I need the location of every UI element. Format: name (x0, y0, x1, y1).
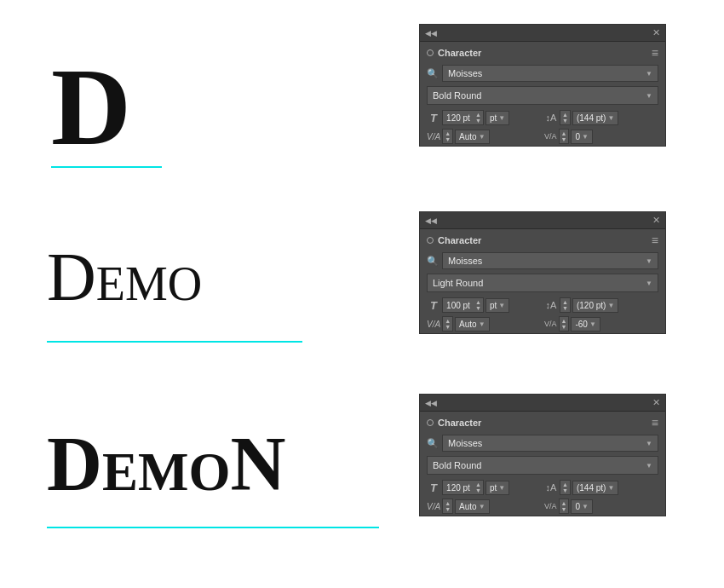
leading-spinbox-3[interactable]: ▲ ▼ (560, 480, 571, 495)
panel-minimize-3[interactable]: ◀◀ (425, 399, 437, 407)
leading-icon-2: ↕A (544, 300, 558, 310)
size-unit-1[interactable]: pt ▼ (486, 111, 509, 125)
kerning-val-1[interactable]: 0 ▼ (571, 130, 592, 144)
size-unit-3[interactable]: pt ▼ (486, 481, 509, 495)
style-dropdown-3[interactable]: Bold Round ▼ (427, 456, 658, 475)
size-spinbox-1[interactable]: 120 pt ▲ ▼ (442, 110, 484, 125)
size-icon-2: T (427, 299, 440, 312)
baseline-2 (47, 341, 302, 343)
leading-spinbox-1[interactable]: ▲ ▼ (560, 110, 571, 125)
kerning-spinbox-3[interactable]: ▲ ▼ (559, 499, 570, 514)
leading-val-2[interactable]: (120 pt) ▼ (572, 298, 618, 313)
font-arrow-3: ▼ (646, 440, 652, 447)
panel-icon-3 (427, 419, 434, 426)
panel-title-row-3: Character ≡ (420, 412, 665, 432)
panel-minimize-1[interactable]: ◀◀ (425, 29, 437, 37)
kerning-val-3[interactable]: 0 ▼ (571, 499, 592, 514)
panel-header-3: ◀◀ ✕ (420, 395, 665, 412)
tracking-group-2: V/A ▲ ▼ Auto ▼ (427, 316, 541, 331)
panel-minimize-2[interactable]: ◀◀ (425, 216, 437, 225)
panel-close-2[interactable]: ✕ (652, 215, 660, 226)
search-icon-2: 🔍 (427, 256, 439, 267)
size-group-3: T 120 pt ▲ ▼ pt ▼ (427, 480, 541, 495)
panel-header-left-3: ◀◀ (425, 399, 437, 407)
font-dropdown-3[interactable]: Moisses ▼ (442, 435, 658, 452)
search-icon-1: 🔍 (427, 68, 439, 79)
tracking-kerning-row-1: V/A ▲ ▼ Auto ▼ V/A ▲ ▼ 0 ▼ (420, 127, 665, 146)
tracking-arrows-3[interactable]: ▲ ▼ (443, 499, 452, 513)
kerning-spinbox-1[interactable]: ▲ ▼ (559, 129, 570, 144)
size-spinbox-2[interactable]: 100 pt ▲ ▼ (442, 297, 484, 313)
kerning-icon-1: V/A (544, 132, 557, 141)
character-panel-2: ◀◀ ✕ Character ≡ 🔍 Moisses ▼ Light Round… (419, 211, 666, 334)
panel-header-left-1: ◀◀ (425, 29, 437, 37)
leading-arrows-3[interactable]: ▲ ▼ (560, 481, 570, 494)
font-dropdown-2[interactable]: Moisses ▼ (442, 252, 658, 269)
tracking-group-3: V/A ▲ ▼ Auto ▼ (427, 499, 541, 514)
panel-menu-1[interactable]: ≡ (652, 46, 658, 60)
panel-close-3[interactable]: ✕ (652, 397, 660, 408)
style-dropdown-1[interactable]: Bold Round ▼ (427, 86, 658, 105)
kerning-arrows-2[interactable]: ▲ ▼ (560, 317, 569, 331)
font-search-row-2: 🔍 Moisses ▼ (420, 250, 665, 272)
size-arrows-3[interactable]: ▲ ▼ (474, 481, 483, 494)
style-arrow-3: ▼ (646, 462, 652, 470)
font-dropdown-1[interactable]: Moisses ▼ (442, 65, 658, 82)
panel-icon-2 (427, 237, 434, 244)
kerning-spinbox-2[interactable]: ▲ ▼ (559, 316, 570, 331)
leading-val-3[interactable]: (144 pt) ▼ (572, 481, 618, 495)
style-dropdown-2[interactable]: Light Round ▼ (427, 274, 658, 292)
leading-group-3: ↕A ▲ ▼ (144 pt) ▼ (544, 480, 658, 495)
demo-text-3: DemoN (47, 426, 286, 503)
tracking-icon-2: V/A (427, 320, 440, 329)
demo-text-2: Demo (47, 243, 202, 311)
leading-spinbox-2[interactable]: ▲ ▼ (560, 297, 571, 313)
style-arrow-2: ▼ (646, 280, 652, 287)
leading-up-arrows-1[interactable]: ▲ ▼ (560, 111, 570, 124)
size-leading-row-1: T 120 pt ▲ ▼ pt ▼ ↕A ▲ ▼ (1 (420, 108, 665, 127)
search-icon-3: 🔍 (427, 438, 439, 449)
tracking-val-2[interactable]: Auto ▼ (455, 317, 490, 331)
panel-close-1[interactable]: ✕ (652, 27, 660, 38)
tracking-spinbox-3[interactable]: ▲ ▼ (442, 499, 453, 514)
leading-icon-3: ↕A (544, 482, 558, 493)
tracking-arrows-2[interactable]: ▲ ▼ (443, 317, 452, 331)
size-unit-2[interactable]: pt ▼ (486, 298, 509, 313)
tracking-val-3[interactable]: Auto ▼ (455, 499, 490, 514)
panel-menu-2[interactable]: ≡ (652, 233, 658, 247)
font-arrow-2: ▼ (646, 257, 652, 265)
kerning-icon-2: V/A (544, 320, 557, 328)
font-search-row-3: 🔍 Moisses ▼ (420, 432, 665, 454)
baseline-1 (51, 166, 162, 168)
panel-title-1: Character (438, 48, 481, 58)
leading-val-1[interactable]: (144 pt) ▼ (572, 111, 618, 125)
baseline-3 (47, 527, 379, 528)
font-arrow-1: ▼ (646, 70, 652, 78)
tracking-spinbox-2[interactable]: ▲ ▼ (442, 316, 453, 331)
kerning-arrows-1[interactable]: ▲ ▼ (560, 130, 569, 143)
kerning-group-1: V/A ▲ ▼ 0 ▼ (544, 129, 658, 144)
character-panel-1: ◀◀ ✕ Character ≡ 🔍 Moisses ▼ Bold Round … (419, 24, 666, 147)
tracking-spinbox-1[interactable]: ▲ ▼ (442, 129, 453, 144)
leading-group-1: ↕A ▲ ▼ (144 pt) ▼ (544, 110, 658, 125)
panel-header-2: ◀◀ ✕ (420, 212, 665, 229)
panel-header-1: ◀◀ ✕ (420, 25, 665, 42)
panel-icon-1 (427, 49, 434, 56)
size-leading-row-3: T 120 pt ▲ ▼ pt ▼ ↕A ▲ ▼ (1 (420, 478, 665, 497)
demo-text-1: D (51, 51, 131, 162)
size-spinbox-3[interactable]: 120 pt ▲ ▼ (442, 480, 484, 495)
kerning-val-2[interactable]: -60 ▼ (571, 317, 600, 331)
leading-arrows-2[interactable]: ▲ ▼ (560, 298, 570, 312)
panel-title-row-1: Character ≡ (420, 42, 665, 62)
size-arrows-1[interactable]: ▲ ▼ (474, 111, 483, 124)
kerning-arrows-3[interactable]: ▲ ▼ (560, 499, 569, 513)
leading-group-2: ↕A ▲ ▼ (120 pt) ▼ (544, 297, 658, 313)
panel-menu-3[interactable]: ≡ (652, 416, 658, 429)
kerning-group-2: V/A ▲ ▼ -60 ▼ (544, 316, 658, 331)
panel-title-3: Character (438, 418, 481, 428)
character-panel-3: ◀◀ ✕ Character ≡ 🔍 Moisses ▼ Bold Round … (419, 394, 666, 516)
tracking-kerning-row-2: V/A ▲ ▼ Auto ▼ V/A ▲ ▼ -60 (420, 314, 665, 333)
tracking-arrows-1[interactable]: ▲ ▼ (443, 130, 452, 143)
size-arrows-2[interactable]: ▲ ▼ (474, 298, 483, 312)
tracking-val-1[interactable]: Auto ▼ (455, 130, 490, 144)
